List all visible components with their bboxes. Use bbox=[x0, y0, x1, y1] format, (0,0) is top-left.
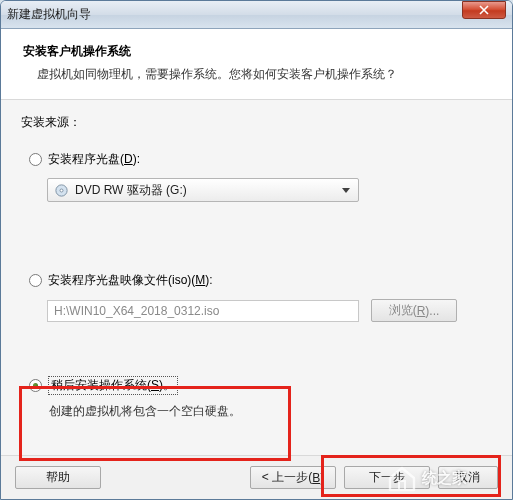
option-disc: 安装程序光盘(D): DVD RW 驱动器 (G:) bbox=[21, 149, 492, 202]
page-title: 安装客户机操作系统 bbox=[23, 43, 490, 60]
radio-later-label: 稍后安装操作系统(S)。 bbox=[48, 376, 178, 395]
radio-later[interactable] bbox=[29, 379, 42, 392]
svg-point-1 bbox=[60, 189, 63, 192]
help-button[interactable]: 帮助 bbox=[15, 466, 101, 489]
cancel-button[interactable]: 取消 bbox=[438, 466, 498, 489]
source-label: 安装来源： bbox=[21, 114, 492, 131]
page-subtitle: 虚拟机如同物理机，需要操作系统。您将如何安装客户机操作系统？ bbox=[23, 66, 490, 83]
radio-disc-label: 安装程序光盘(D): bbox=[48, 151, 140, 168]
window-title: 新建虚拟机向导 bbox=[7, 6, 506, 23]
content-area: 安装来源： 安装程序光盘(D): DVD RW 驱动器 (G:) bbox=[1, 100, 512, 455]
wizard-window: 新建虚拟机向导 安装客户机操作系统 虚拟机如同物理机，需要操作系统。您将如何安装… bbox=[0, 0, 513, 500]
radio-disc[interactable] bbox=[29, 153, 42, 166]
radio-row-later[interactable]: 稍后安装操作系统(S)。 bbox=[29, 374, 484, 397]
back-button[interactable]: < 上一步(B) bbox=[250, 466, 336, 489]
next-button[interactable]: 下一步 bbox=[344, 466, 430, 489]
close-icon bbox=[479, 5, 489, 15]
radio-iso[interactable] bbox=[29, 274, 42, 287]
radio-row-iso[interactable]: 安装程序光盘映像文件(iso)(M): bbox=[21, 270, 492, 291]
button-bar: 帮助 < 上一步(B) 下一步 取消 bbox=[1, 455, 512, 499]
header-pane: 安装客户机操作系统 虚拟机如同物理机，需要操作系统。您将如何安装客户机操作系统？ bbox=[1, 29, 512, 100]
disc-drive-dropdown[interactable]: DVD RW 驱动器 (G:) bbox=[47, 178, 359, 202]
radio-row-disc[interactable]: 安装程序光盘(D): bbox=[21, 149, 492, 170]
option-later: 稍后安装操作系统(S)。 创建的虚拟机将包含一个空白硬盘。 bbox=[21, 362, 492, 428]
chevron-down-icon bbox=[338, 179, 354, 201]
browse-button[interactable]: 浏览(R)... bbox=[371, 299, 457, 322]
titlebar: 新建虚拟机向导 bbox=[1, 1, 512, 29]
option-later-desc: 创建的虚拟机将包含一个空白硬盘。 bbox=[49, 403, 484, 420]
disc-drive-value: DVD RW 驱动器 (G:) bbox=[75, 182, 332, 199]
radio-iso-label: 安装程序光盘映像文件(iso)(M): bbox=[48, 272, 213, 289]
disc-icon bbox=[54, 183, 69, 198]
option-iso: 安装程序光盘映像文件(iso)(M): 浏览(R)... bbox=[21, 270, 492, 322]
close-button[interactable] bbox=[462, 1, 506, 19]
iso-path-input[interactable] bbox=[47, 300, 359, 322]
